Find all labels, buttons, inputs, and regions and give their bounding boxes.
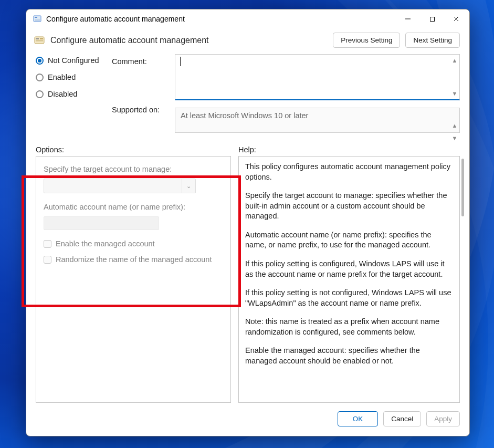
svg-rect-5 (430, 17, 434, 21)
help-paragraph: This policy configures automatic account… (245, 162, 453, 182)
comment-label: Comment: (112, 57, 175, 106)
scroll-up-icon[interactable]: ▲ (451, 57, 458, 64)
help-paragraph: If this policy setting is configured, Wi… (245, 259, 453, 279)
svg-rect-8 (35, 37, 44, 44)
field-labels: Comment: Supported on: (112, 54, 175, 114)
radio-not-configured[interactable]: Not Configured (36, 56, 112, 65)
options-panel: Specify the target account to manage: ⌄ … (36, 156, 231, 403)
radio-disabled[interactable]: Disabled (36, 90, 112, 98)
comment-input[interactable]: ▲ ▼ (175, 54, 460, 100)
account-name-label: Automatic account name (or name prefix): (44, 203, 223, 211)
checkbox-icon (44, 256, 51, 264)
chevron-down-icon: ⌄ (182, 179, 195, 193)
help-panel: This policy configures automatic account… (238, 156, 460, 403)
window-title: Configure automatic account management (46, 15, 396, 23)
radio-icon (36, 74, 44, 81)
svg-rect-10 (40, 38, 43, 39)
randomize-name-checkbox[interactable]: Randomize the name of the managed accoun… (44, 255, 223, 264)
maximize-button[interactable] (420, 11, 444, 27)
radio-enabled[interactable]: Enabled (36, 73, 112, 81)
supported-on-field: At least Microsoft Windows 10 or later ▲… (175, 108, 460, 133)
account-name-input[interactable] (44, 216, 159, 230)
options-header: Options: (36, 145, 238, 154)
next-setting-button[interactable]: Next Setting (405, 33, 460, 48)
policy-icon (33, 14, 42, 24)
scrollbar[interactable]: ▲ ▼ (451, 55, 458, 99)
nav-buttons: Previous Setting Next Setting (333, 33, 460, 48)
panel-headers: Options: Help: (26, 133, 469, 156)
minimize-button[interactable] (396, 11, 420, 27)
svg-rect-3 (35, 20, 40, 20)
svg-rect-11 (36, 40, 43, 41)
field-values: ▲ ▼ At least Microsoft Windows 10 or lat… (175, 54, 460, 133)
radio-label: Not Configured (48, 56, 99, 65)
checkbox-label: Randomize the name of the managed accoun… (56, 255, 212, 264)
apply-button[interactable]: Apply (426, 411, 460, 426)
cancel-button[interactable]: Cancel (383, 411, 421, 426)
scroll-down-icon[interactable]: ▼ (451, 90, 458, 97)
supported-on-text: At least Microsoft Windows 10 or later (181, 111, 308, 120)
supported-label: Supported on: (112, 106, 175, 114)
svg-rect-9 (36, 38, 39, 39)
scroll-down-icon[interactable]: ▼ (451, 134, 458, 142)
radio-label: Disabled (48, 90, 77, 98)
help-paragraph: Note: this name is treated as a prefix w… (245, 317, 453, 337)
dialog-footer: OK Cancel Apply (26, 403, 469, 436)
svg-rect-2 (35, 19, 40, 19)
help-paragraph: Automatic account name (or name prefix):… (245, 230, 453, 251)
config-row: Not Configured Enabled Disabled Comment:… (26, 53, 469, 133)
titlebar: Configure automatic account management (26, 9, 469, 28)
policy-title: Configure automatic account management (50, 36, 328, 45)
enable-managed-account-checkbox[interactable]: Enable the managed account (44, 239, 223, 248)
radio-icon (36, 90, 44, 98)
radio-label: Enabled (48, 73, 76, 81)
subheader: Configure automatic account management P… (26, 28, 469, 53)
close-button[interactable] (444, 11, 468, 27)
previous-setting-button[interactable]: Previous Setting (333, 33, 400, 48)
state-column: Not Configured Enabled Disabled (36, 54, 112, 107)
svg-rect-1 (35, 17, 37, 18)
checkbox-label: Enable the managed account (56, 239, 155, 248)
radio-icon (36, 57, 44, 65)
help-paragraph: Specify the target account to manage: sp… (245, 191, 453, 222)
help-paragraph: If this policy setting is not configured… (245, 288, 453, 308)
checkbox-icon (44, 240, 51, 248)
help-scrollbar[interactable] (461, 159, 465, 360)
scroll-up-icon[interactable]: ▲ (451, 122, 458, 129)
scrollbar[interactable]: ▲ ▼ (451, 120, 458, 144)
help-paragraph: Enable the managed account: specifies wh… (245, 346, 453, 366)
policy-editor-icon (34, 35, 45, 46)
panels-row: Specify the target account to manage: ⌄ … (26, 156, 469, 403)
target-account-dropdown[interactable]: ⌄ (44, 179, 196, 193)
target-account-label: Specify the target account to manage: (44, 165, 223, 173)
svg-rect-0 (34, 16, 41, 22)
dialog-window: Configure automatic account management C… (26, 9, 470, 436)
ok-button[interactable]: OK (338, 411, 379, 426)
help-text: This policy configures automatic account… (239, 157, 459, 402)
help-header: Help: (238, 145, 256, 154)
